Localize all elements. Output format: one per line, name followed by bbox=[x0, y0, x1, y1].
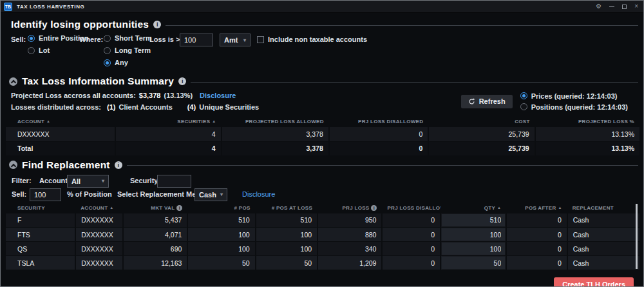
col-label: PROJECTED LOSS % bbox=[578, 119, 634, 124]
loss-unit-select[interactable]: Amt ▾ bbox=[220, 34, 251, 46]
cell-security: F bbox=[6, 213, 75, 228]
radio-label: Positions (queried: 12:14:03) bbox=[531, 103, 628, 111]
col-cost[interactable]: COST bbox=[428, 116, 535, 127]
cell-num-pos-at-loss: 100 bbox=[256, 242, 317, 256]
security-input[interactable] bbox=[157, 175, 191, 188]
col-projected-loss-pct[interactable]: PROJECTED LOSS % bbox=[535, 116, 639, 127]
loss-threshold-input[interactable] bbox=[180, 34, 213, 46]
radio-label: Any bbox=[115, 59, 128, 66]
info-icon[interactable]: i bbox=[371, 205, 377, 211]
pct-of-position-label: % of Position bbox=[67, 190, 112, 198]
summary-block: Projected Loss accross all accounts: $3,… bbox=[1, 87, 643, 111]
radio-selected-icon bbox=[104, 59, 111, 66]
summary-disclosure-link[interactable]: Disclosure bbox=[200, 92, 236, 99]
cell-mkt-val: 12,163 bbox=[123, 256, 187, 270]
replacement-method-select[interactable]: Cash ▾ bbox=[194, 188, 227, 201]
include-non-taxable-checkbox[interactable]: Include non taxable accounts bbox=[257, 35, 367, 43]
col-prj-loss-disallowed[interactable]: PRJ LOSS DISALLOWED bbox=[329, 116, 428, 127]
table-row[interactable]: TSLA DXXXXXX 12,163 50 50 1,209 0 0 Cash bbox=[6, 256, 639, 270]
radio-any[interactable]: Any bbox=[104, 59, 128, 66]
info-icon[interactable]: i bbox=[176, 205, 182, 211]
table-row[interactable]: QS DXXXXXX 690 100 100 340 0 0 Cash bbox=[6, 242, 639, 256]
col-num-pos-at-loss[interactable]: # POS AT LOSS bbox=[256, 203, 317, 213]
qty-input[interactable] bbox=[442, 214, 505, 226]
col-projected-loss-allowed[interactable]: PROJECTED LOSS ALLOWED bbox=[222, 116, 329, 127]
radio-prices-queried[interactable]: Prices (queried: 12:14:03) bbox=[520, 92, 628, 100]
summary-table: ACCOUNT▲ SECURITIES▲ PROJECTED LOSS ALLO… bbox=[6, 116, 639, 156]
radio-short-term[interactable]: Short Term bbox=[104, 34, 152, 42]
cell-num-pos-at-loss: 50 bbox=[256, 256, 317, 270]
radio-icon bbox=[520, 103, 527, 110]
minimize-icon[interactable] bbox=[609, 6, 614, 7]
sell-label: Sell: bbox=[11, 35, 26, 43]
qty-input[interactable] bbox=[442, 242, 505, 255]
cell-num-pos-at-loss: 100 bbox=[256, 228, 317, 242]
cell-prj-loss-disallowed: 0 bbox=[382, 256, 440, 270]
radio-icon bbox=[104, 35, 111, 42]
chevron-down-icon: ▾ bbox=[243, 37, 246, 43]
sell-pct-input[interactable] bbox=[30, 188, 61, 201]
summary-info-icon[interactable]: i bbox=[178, 77, 186, 85]
col-pos-after[interactable]: POS AFTER▲ bbox=[506, 203, 567, 213]
col-account[interactable]: ACCOUNT▲ bbox=[75, 203, 123, 213]
cell-prj-loss: 340 bbox=[317, 242, 382, 256]
col-label: QTY bbox=[484, 205, 495, 211]
summary-lines: Projected Loss accross all accounts: $3,… bbox=[11, 92, 259, 111]
col-label: SECURITIES bbox=[177, 119, 210, 124]
col-label: PRJ LOSS DISALLOWED bbox=[358, 119, 423, 124]
col-num-pos[interactable]: # POS bbox=[187, 203, 255, 213]
accounts-select[interactable]: All ▾ bbox=[67, 175, 109, 188]
col-securities[interactable]: SECURITIES▲ bbox=[115, 116, 221, 127]
cell-num-pos: 510 bbox=[187, 213, 255, 228]
cell-num-pos: 100 bbox=[187, 242, 255, 256]
radio-long-term[interactable]: Long Term bbox=[104, 46, 151, 54]
cell-num-pos: 100 bbox=[187, 228, 255, 242]
window-title: TAX LOSS HARVESTING bbox=[17, 4, 84, 10]
col-account[interactable]: ACCOUNT▲ bbox=[6, 116, 115, 127]
table-row[interactable]: F DXXXXXX 5,437 510 510 950 0 0 Cash bbox=[6, 213, 639, 228]
radio-lot[interactable]: Lot bbox=[28, 46, 50, 54]
radio-selected-icon bbox=[520, 92, 527, 99]
radio-positions-queried[interactable]: Positions (queried: 12:14:03) bbox=[520, 103, 628, 111]
cell-prj-loss: 1,209 bbox=[317, 256, 382, 270]
cell-projected-loss-pct: 13.13% bbox=[535, 127, 639, 141]
create-tlh-orders-button[interactable]: Create TLH Orders bbox=[554, 277, 634, 287]
identify-info-icon[interactable]: i bbox=[153, 21, 161, 28]
col-replacement[interactable]: REPLACEMENT bbox=[567, 203, 639, 213]
qty-input[interactable] bbox=[442, 228, 505, 241]
cell-account: DXXXXXX bbox=[75, 256, 123, 270]
distributed-label: Losses distributed across: bbox=[11, 103, 101, 111]
refresh-button[interactable]: Refresh bbox=[461, 95, 513, 108]
col-security[interactable]: SECURITY bbox=[6, 203, 75, 213]
cell-pos-after: 0 bbox=[506, 256, 567, 270]
col-mkt-val[interactable]: MKT VALi bbox=[123, 203, 187, 213]
vertical-scrollbar[interactable] bbox=[636, 204, 638, 270]
collapse-chevron-icon[interactable] bbox=[9, 77, 17, 86]
col-label: # POS bbox=[234, 205, 251, 211]
cell-account: DXXXXXX bbox=[75, 228, 123, 242]
unique-securities-label: Unique Securities bbox=[199, 103, 259, 111]
col-prj-loss-disallowed[interactable]: PRJ LOSS DISALLOWEDi bbox=[382, 203, 440, 213]
projected-loss-line: Projected Loss accross all accounts: $3,… bbox=[11, 92, 259, 99]
col-prj-loss[interactable]: PRJ LOSSi bbox=[317, 203, 382, 213]
close-icon[interactable]: × bbox=[634, 3, 638, 10]
radio-label: Prices (queried: 12:14:03) bbox=[531, 92, 618, 100]
col-label: POS AFTER bbox=[525, 205, 556, 211]
table-row[interactable]: FTS DXXXXXX 4,071 100 100 880 0 0 Cash bbox=[6, 228, 639, 242]
maximize-icon[interactable] bbox=[622, 5, 627, 9]
collapse-chevron-icon[interactable] bbox=[9, 161, 17, 169]
qty-input[interactable] bbox=[442, 257, 505, 269]
cell-prj-loss-disallowed: 0 bbox=[329, 127, 428, 141]
cell-mkt-val: 690 bbox=[123, 242, 187, 256]
cell-prj-loss-disallowed: 0 bbox=[382, 228, 440, 242]
cell-prj-loss: 880 bbox=[317, 228, 382, 242]
table-row[interactable]: DXXXXXX 4 3,378 0 25,739 13.13% bbox=[6, 127, 639, 141]
col-qty[interactable]: QTY▲ bbox=[440, 203, 506, 213]
cell-projected-loss-allowed-total: 3,378 bbox=[222, 141, 329, 155]
replacement-disclosure-link[interactable]: Disclosure bbox=[242, 190, 275, 198]
settings-gear-icon[interactable]: ⚙ bbox=[596, 3, 601, 10]
cell-qty bbox=[440, 213, 506, 228]
cell-replacement: Cash bbox=[567, 256, 639, 270]
replacement-info-icon[interactable]: i bbox=[115, 161, 122, 169]
projected-loss-label: Projected Loss accross all accounts: bbox=[11, 92, 136, 99]
